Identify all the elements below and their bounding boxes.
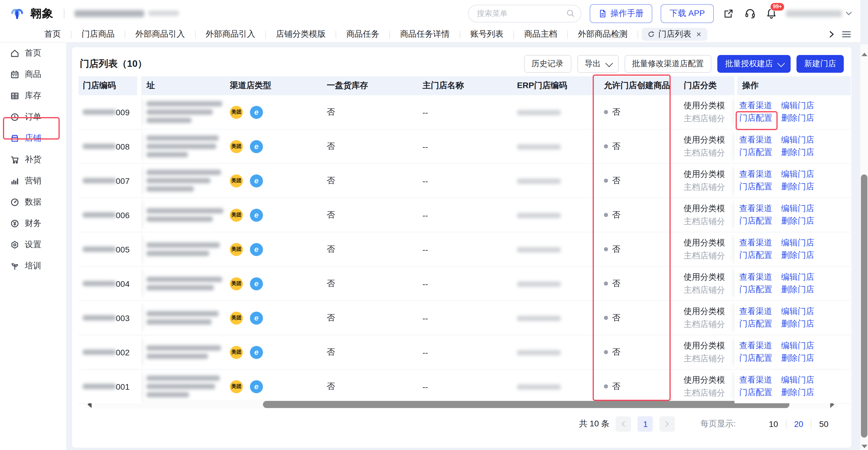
support-button[interactable] xyxy=(743,7,756,20)
menu-search xyxy=(468,4,582,22)
edit-store-link[interactable]: 编辑门店 xyxy=(781,272,814,283)
edit-store-link[interactable]: 编辑门店 xyxy=(781,169,814,180)
delete-store-link[interactable]: 删除门店 xyxy=(781,284,814,295)
store-config-link[interactable]: 门店配置 xyxy=(739,284,772,295)
tab-8[interactable]: 商品主档 xyxy=(514,28,567,41)
view-channel-link[interactable]: 查看渠道 xyxy=(739,375,772,386)
manual-button[interactable]: 操作手册 xyxy=(590,4,652,23)
delete-store-link[interactable]: 删除门店 xyxy=(781,216,814,226)
sidebar-item-inventory[interactable]: 库存 xyxy=(0,85,66,107)
download-app-button[interactable]: 下载 APP xyxy=(660,4,714,23)
store-config-link[interactable]: 门店配置 xyxy=(739,250,772,261)
cell-channel-type: 美团e xyxy=(227,174,323,187)
vertical-scrollbar[interactable] xyxy=(860,44,868,450)
page-size-10[interactable]: 10 xyxy=(761,419,786,429)
edit-store-link[interactable]: 编辑门店 xyxy=(781,101,814,111)
tab-5[interactable]: 商品任务 xyxy=(336,28,390,41)
toolbar-button-0[interactable]: 历史记录 xyxy=(524,55,571,73)
user-menu[interactable] xyxy=(786,10,852,17)
store-config-link[interactable]: 门店配置 xyxy=(739,353,772,364)
horizontal-scrollbar[interactable] xyxy=(86,400,837,409)
tab-7[interactable]: 账号列表 xyxy=(460,28,514,41)
page-size-20[interactable]: 20 xyxy=(786,419,811,429)
page-size-50[interactable]: 50 xyxy=(811,419,836,429)
edit-store-link[interactable]: 编辑门店 xyxy=(781,203,814,214)
tab-active-10[interactable]: 门店列表✕ xyxy=(642,28,707,41)
sidebar-item-settings[interactable]: 设置 xyxy=(0,234,66,255)
view-channel-link[interactable]: 查看渠道 xyxy=(739,341,772,351)
tab-label: 账号列表 xyxy=(470,29,503,39)
toolbar-button-3[interactable]: 批量授权建店 xyxy=(717,55,790,73)
sidebar-item-home[interactable]: 首页 xyxy=(0,43,66,64)
vscroll-down-arrow[interactable] xyxy=(861,445,867,448)
notifications-button[interactable]: 99+ xyxy=(765,7,778,20)
edit-store-link[interactable]: 编辑门店 xyxy=(781,341,814,351)
tab-9[interactable]: 外部商品检测 xyxy=(568,28,638,41)
tab-6[interactable]: 商品任务详情 xyxy=(390,28,460,41)
category-master-text: 主档店铺分 xyxy=(684,113,735,124)
tab-0[interactable]: 首页 xyxy=(34,28,71,41)
sidebar-item-marketing[interactable]: 营销 xyxy=(0,170,66,192)
store-config-link[interactable]: 门店配置 xyxy=(739,319,772,329)
category-template-text: 使用分类模 xyxy=(684,237,735,248)
view-channel-link[interactable]: 查看渠道 xyxy=(739,203,772,214)
tab-4[interactable]: 店铺分类模版 xyxy=(266,28,336,41)
tabs-scroll-right-icon[interactable] xyxy=(829,31,835,38)
tab-3[interactable]: 外部商品引入 xyxy=(195,28,265,41)
cell-actions: 查看渠道编辑门店门店配置删除门店 xyxy=(735,335,851,369)
store-config-link[interactable]: 门店配置 xyxy=(739,181,772,192)
prev-page-button[interactable] xyxy=(616,416,631,432)
view-channel-link[interactable]: 查看渠道 xyxy=(739,272,772,283)
address-blurred xyxy=(147,345,227,359)
toolbar-button-2[interactable]: 批量修改渠道店配置 xyxy=(624,55,711,73)
toolbar-button-4[interactable]: 新建门店 xyxy=(797,55,844,73)
search-input[interactable] xyxy=(468,4,582,22)
tab-2[interactable]: 外部商品引入 xyxy=(125,28,195,41)
current-page[interactable]: 1 xyxy=(638,416,653,432)
store-config-link[interactable]: 门店配置 xyxy=(739,387,772,398)
store-code-suffix: 001 xyxy=(116,382,130,391)
delete-store-link[interactable]: 删除门店 xyxy=(781,353,814,364)
view-channel-link[interactable]: 查看渠道 xyxy=(739,238,772,248)
view-channel-link[interactable]: 查看渠道 xyxy=(739,135,772,145)
delete-store-link[interactable]: 删除门店 xyxy=(781,250,814,261)
view-channel-link[interactable]: 查看渠道 xyxy=(739,306,772,317)
hscroll-thumb[interactable] xyxy=(263,401,789,408)
edit-store-link[interactable]: 编辑门店 xyxy=(781,306,814,317)
sidebar-item-finance[interactable]: 财务 xyxy=(0,213,66,234)
sidebar-item-data[interactable]: 数据 xyxy=(0,192,66,213)
sidebar-item-replenish[interactable]: 补货 xyxy=(0,149,66,170)
tab-refresh-icon[interactable] xyxy=(648,31,655,38)
sidebar-item-store[interactable]: 店铺 xyxy=(0,128,66,149)
view-channel-link[interactable]: 查看渠道 xyxy=(739,101,772,111)
edit-store-link[interactable]: 编辑门店 xyxy=(781,135,814,145)
view-channel-link[interactable]: 查看渠道 xyxy=(739,169,772,180)
erp-code-blurred xyxy=(517,145,561,150)
store-code-blurred xyxy=(83,109,116,115)
edit-store-link[interactable]: 编辑门店 xyxy=(781,238,814,248)
sidebar-item-goods[interactable]: 商品 xyxy=(0,64,66,85)
address-line-blurred xyxy=(147,354,208,359)
delete-store-link[interactable]: 删除门店 xyxy=(781,147,814,158)
store-config-link[interactable]: 门店配置 xyxy=(739,216,772,226)
tab-close-icon[interactable]: ✕ xyxy=(696,30,701,38)
vscroll-thumb[interactable] xyxy=(861,174,867,438)
vscroll-up-arrow[interactable] xyxy=(861,53,867,56)
action-line-2: 门店配置删除门店 xyxy=(739,319,851,329)
tab-1[interactable]: 门店商品 xyxy=(71,28,125,41)
edit-store-link[interactable]: 编辑门店 xyxy=(781,375,814,386)
sidebar-item-orders[interactable]: 订单 xyxy=(0,107,66,128)
tab-list-menu-icon[interactable] xyxy=(842,31,851,38)
sidebar-item-training[interactable]: 培训 xyxy=(0,255,66,277)
cell-channel-type: 美团e xyxy=(227,311,323,324)
store-config-link[interactable]: 门店配置 xyxy=(739,113,772,123)
erp-code-blurred xyxy=(517,282,561,287)
delete-store-link[interactable]: 删除门店 xyxy=(781,181,814,192)
store-config-link[interactable]: 门店配置 xyxy=(739,147,772,158)
share-button[interactable] xyxy=(722,7,735,20)
delete-store-link[interactable]: 删除门店 xyxy=(781,113,814,123)
delete-store-link[interactable]: 删除门店 xyxy=(781,387,814,398)
next-page-button[interactable] xyxy=(660,416,675,432)
delete-store-link[interactable]: 删除门店 xyxy=(781,319,814,329)
toolbar-button-1[interactable]: 导出 xyxy=(577,55,618,73)
